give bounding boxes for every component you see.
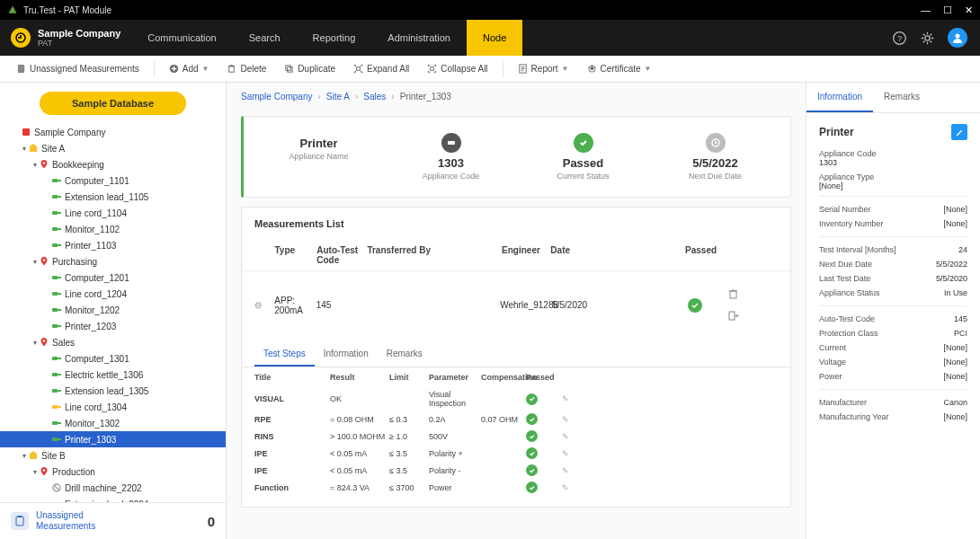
svg-point-53 — [43, 469, 46, 472]
tree-item[interactable]: Computer_1301 — [0, 350, 226, 367]
toolbar-certificate[interactable]: Certificate▼ — [580, 61, 659, 76]
user-avatar[interactable] — [948, 28, 967, 48]
edit-step-icon[interactable]: ✎ — [562, 394, 569, 403]
tree-item[interactable]: Printer_1103 — [0, 237, 226, 253]
appliance-code: 1303 — [385, 156, 517, 170]
tree-item[interactable]: Printer_1303 — [0, 431, 226, 447]
tree-item[interactable]: Sample Company — [0, 124, 226, 140]
tree-item[interactable]: ▾Site A — [0, 140, 226, 156]
svg-rect-35 — [58, 309, 61, 311]
unassigned-measurements-footer[interactable]: Unassigned Measurements 0 — [0, 502, 226, 539]
tree-item[interactable]: Extension lead_1105 — [0, 189, 226, 205]
subtab-information[interactable]: Information — [315, 342, 378, 367]
edit-step-icon[interactable]: ✎ — [562, 449, 569, 458]
sample-database-button[interactable]: Sample Database — [40, 92, 186, 115]
passed-icon — [688, 298, 702, 313]
tree-item[interactable]: Computer_1101 — [0, 172, 226, 189]
subtab-remarks[interactable]: Remarks — [378, 342, 432, 367]
test-step-row: RPE= 0.08 OHM≤ 0.30.2A0.07 OHM✎ — [242, 411, 790, 428]
toolbar-duplicate[interactable]: Duplicate — [277, 61, 343, 76]
svg-rect-15 — [22, 128, 30, 136]
brand-company: Sample Company — [38, 28, 120, 39]
toolbar-report[interactable]: Report▼ — [511, 61, 576, 76]
edit-step-icon[interactable]: ✎ — [562, 415, 569, 424]
svg-rect-32 — [52, 292, 58, 296]
nav-tab-node[interactable]: Node — [467, 20, 522, 56]
breadcrumb: Sample Company›Site A›Sales›Printer_1303 — [227, 83, 806, 110]
info-tab-remarks[interactable]: Remarks — [873, 83, 931, 112]
breadcrumb-item[interactable]: Sample Company — [241, 92, 312, 102]
toolbar-delete[interactable]: Delete — [219, 61, 273, 76]
svg-rect-57 — [16, 517, 23, 526]
export-row-icon[interactable] — [727, 310, 778, 322]
tree-item[interactable]: ▾Site B — [0, 447, 226, 464]
svg-rect-19 — [52, 179, 58, 182]
edit-step-icon[interactable]: ✎ — [562, 483, 569, 492]
info-tab-information[interactable]: Information — [806, 83, 873, 112]
info-row: Manufacturing Year[None] — [819, 410, 967, 424]
subtab-test-steps[interactable]: Test Steps — [254, 342, 315, 367]
gear-icon[interactable] — [920, 31, 935, 46]
nav-tab-search[interactable]: Search — [233, 20, 297, 56]
tree-item[interactable]: Electric kettle_1306 — [0, 367, 226, 383]
test-step-row: IPE< 0.05 mA≤ 3.5Polarity +✎ — [242, 445, 790, 462]
help-icon[interactable]: ? — [892, 31, 907, 46]
nav-tab-communication[interactable]: Communication — [131, 20, 232, 56]
maximize-button[interactable]: ☐ — [943, 4, 952, 16]
toolbar-collapse-all[interactable]: Collapse All — [420, 61, 494, 76]
toolbar-add[interactable]: Add▼ — [162, 61, 217, 76]
tree-item[interactable]: ▾Purchasing — [0, 253, 226, 270]
nav-tab-administration[interactable]: Administration — [371, 20, 467, 56]
toolbar-expand-all[interactable]: Expand All — [346, 61, 416, 76]
toolbar-unassigned-measurements[interactable]: Unassigned Measurements — [9, 61, 147, 76]
nav-tab-reporting[interactable]: Reporting — [297, 20, 372, 56]
svg-point-38 — [43, 340, 46, 342]
window-title: Tru.Test - PAT Module — [23, 5, 921, 15]
tree-item[interactable]: Printer_1203 — [0, 318, 226, 334]
tree-item[interactable]: Line cord_1204 — [0, 286, 226, 302]
next-due-date: 5/5/2022 — [649, 156, 781, 170]
svg-rect-28 — [58, 244, 61, 246]
edit-step-icon[interactable]: ✎ — [562, 466, 569, 475]
svg-rect-47 — [52, 421, 58, 425]
tree-item[interactable]: Monitor_1302 — [0, 415, 226, 431]
svg-rect-31 — [58, 277, 61, 278]
svg-rect-36 — [52, 324, 58, 328]
svg-rect-26 — [58, 228, 61, 230]
svg-marker-52 — [30, 451, 37, 454]
edit-step-icon[interactable]: ✎ — [562, 432, 569, 441]
current-status: Passed — [517, 156, 649, 170]
info-row: Current[None] — [819, 340, 967, 355]
collapse-icon[interactable]: ⊖ — [254, 300, 262, 310]
tree-item[interactable]: Drill machine_2202 — [0, 480, 226, 496]
tree-item[interactable]: Extension lead_2204 — [0, 496, 226, 502]
svg-rect-24 — [58, 212, 61, 214]
info-row: Next Due Date5/5/2022 — [819, 257, 967, 271]
close-button[interactable]: ✕ — [965, 4, 973, 16]
svg-rect-33 — [58, 293, 61, 295]
svg-rect-16 — [30, 146, 37, 152]
tree-item[interactable]: ▾Sales — [0, 334, 226, 350]
tree-item[interactable]: Line cord_1304 — [0, 399, 226, 415]
edit-button[interactable] — [951, 124, 967, 140]
svg-rect-62 — [729, 312, 735, 320]
unassigned-label: Unassigned Measurements — [36, 510, 95, 532]
delete-row-icon[interactable] — [727, 288, 778, 300]
tree-item[interactable]: Monitor_1202 — [0, 302, 226, 318]
tree-item[interactable]: Line cord_1104 — [0, 205, 226, 221]
breadcrumb-item[interactable]: Sales — [363, 92, 386, 102]
svg-rect-37 — [58, 325, 61, 327]
tree-item[interactable]: Computer_1201 — [0, 270, 226, 286]
measurement-row[interactable]: ⊖ APP: 200mA 145 Wehrle_91288 5/5/2020 — [242, 271, 790, 339]
summary-card: Printer Appliance Name 1303 Appliance Co… — [241, 116, 791, 198]
minimize-button[interactable]: — — [921, 4, 931, 16]
brand-icon — [11, 28, 31, 48]
svg-rect-59 — [448, 141, 455, 145]
svg-rect-11 — [357, 67, 361, 71]
tree-item[interactable]: ▾Production — [0, 464, 226, 480]
breadcrumb-item[interactable]: Site A — [326, 92, 350, 102]
tree-item[interactable]: Extension lead_1305 — [0, 383, 226, 399]
tree-item[interactable]: Monitor_1102 — [0, 221, 226, 237]
test-step-row: Function= 824.3 VA≤ 3700Power✎ — [242, 479, 790, 496]
tree-item[interactable]: ▾Bookkeeping — [0, 156, 226, 172]
